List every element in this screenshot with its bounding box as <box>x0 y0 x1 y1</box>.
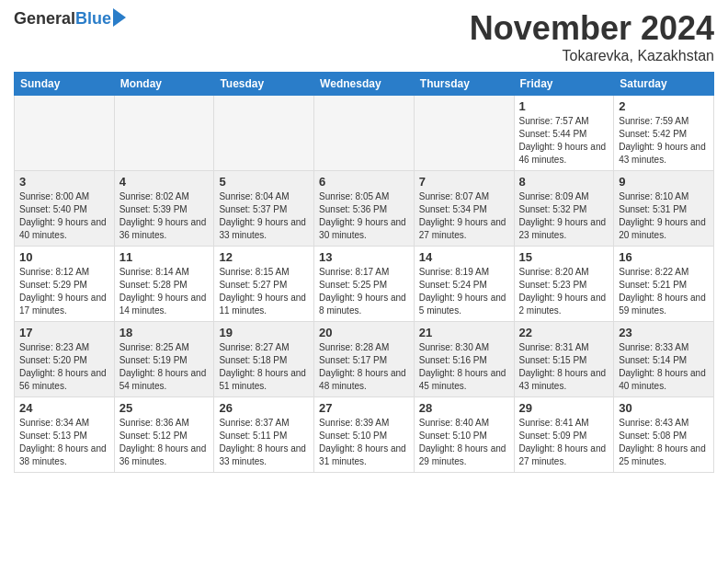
table-row: 24Sunrise: 8:34 AM Sunset: 5:13 PM Dayli… <box>15 397 115 473</box>
day-info: Sunrise: 8:00 AM Sunset: 5:40 PM Dayligh… <box>19 190 109 242</box>
calendar-week-row: 10Sunrise: 8:12 AM Sunset: 5:29 PM Dayli… <box>15 247 714 322</box>
table-row: 3Sunrise: 8:00 AM Sunset: 5:40 PM Daylig… <box>15 171 115 247</box>
header: General Blue November 2024 Tokarevka, Ka… <box>14 9 714 64</box>
calendar-week-row: 24Sunrise: 8:34 AM Sunset: 5:13 PM Dayli… <box>15 397 714 473</box>
day-number: 24 <box>19 401 109 415</box>
day-number: 15 <box>519 250 609 264</box>
day-info: Sunrise: 8:19 AM Sunset: 5:24 PM Dayligh… <box>419 266 509 317</box>
day-info: Sunrise: 8:02 AM Sunset: 5:39 PM Dayligh… <box>119 190 210 242</box>
day-number: 28 <box>419 401 509 415</box>
table-row: 27Sunrise: 8:39 AM Sunset: 5:10 PM Dayli… <box>314 397 415 473</box>
day-number: 11 <box>119 250 210 264</box>
day-number: 25 <box>119 401 210 415</box>
day-info: Sunrise: 8:17 AM Sunset: 5:25 PM Dayligh… <box>319 266 409 317</box>
header-saturday: Saturday <box>614 73 714 96</box>
day-number: 10 <box>19 250 109 264</box>
logo-arrow-icon <box>113 8 126 27</box>
header-monday: Monday <box>114 73 214 96</box>
day-info: Sunrise: 8:27 AM Sunset: 5:18 PM Dayligh… <box>219 341 309 393</box>
day-info: Sunrise: 8:43 AM Sunset: 5:08 PM Dayligh… <box>619 417 709 468</box>
day-info: Sunrise: 8:23 AM Sunset: 5:20 PM Dayligh… <box>19 341 109 393</box>
logo: General Blue <box>14 9 126 29</box>
day-number: 21 <box>419 326 509 339</box>
location-label: Tokarevka, Kazakhstan <box>470 48 714 64</box>
day-info: Sunrise: 8:34 AM Sunset: 5:13 PM Dayligh… <box>19 417 109 468</box>
calendar-week-row: 3Sunrise: 8:00 AM Sunset: 5:40 PM Daylig… <box>15 171 714 247</box>
day-number: 1 <box>519 99 609 113</box>
day-number: 12 <box>219 250 309 264</box>
day-info: Sunrise: 8:28 AM Sunset: 5:17 PM Dayligh… <box>319 341 409 393</box>
day-info: Sunrise: 8:25 AM Sunset: 5:19 PM Dayligh… <box>119 341 210 393</box>
day-number: 30 <box>619 401 709 415</box>
table-row: 19Sunrise: 8:27 AM Sunset: 5:18 PM Dayli… <box>214 322 314 397</box>
day-number: 7 <box>419 175 509 189</box>
day-info: Sunrise: 8:07 AM Sunset: 5:34 PM Dayligh… <box>419 190 509 242</box>
logo-blue-text: Blue <box>75 9 111 29</box>
day-info: Sunrise: 8:22 AM Sunset: 5:21 PM Dayligh… <box>619 266 709 317</box>
table-row: 7Sunrise: 8:07 AM Sunset: 5:34 PM Daylig… <box>414 171 514 247</box>
day-info: Sunrise: 8:40 AM Sunset: 5:10 PM Dayligh… <box>419 417 509 468</box>
table-row: 1Sunrise: 7:57 AM Sunset: 5:44 PM Daylig… <box>514 96 614 171</box>
calendar-week-row: 1Sunrise: 7:57 AM Sunset: 5:44 PM Daylig… <box>15 96 714 171</box>
day-number: 3 <box>19 175 109 189</box>
table-row: 16Sunrise: 8:22 AM Sunset: 5:21 PM Dayli… <box>614 247 714 322</box>
header-friday: Friday <box>514 73 614 96</box>
day-number: 14 <box>419 250 509 264</box>
page-container: General Blue November 2024 Tokarevka, Ka… <box>0 0 728 477</box>
header-wednesday: Wednesday <box>314 73 415 96</box>
table-row: 29Sunrise: 8:41 AM Sunset: 5:09 PM Dayli… <box>514 397 614 473</box>
day-info: Sunrise: 8:30 AM Sunset: 5:16 PM Dayligh… <box>419 341 509 393</box>
month-title: November 2024 <box>470 9 714 48</box>
table-row: 8Sunrise: 8:09 AM Sunset: 5:32 PM Daylig… <box>514 171 614 247</box>
table-row: 11Sunrise: 8:14 AM Sunset: 5:28 PM Dayli… <box>114 247 214 322</box>
day-number: 23 <box>619 326 709 339</box>
calendar-table: Sunday Monday Tuesday Wednesday Thursday… <box>14 72 714 473</box>
table-row: 5Sunrise: 8:04 AM Sunset: 5:37 PM Daylig… <box>214 171 314 247</box>
table-row: 20Sunrise: 8:28 AM Sunset: 5:17 PM Dayli… <box>314 322 415 397</box>
day-info: Sunrise: 8:14 AM Sunset: 5:28 PM Dayligh… <box>119 266 210 317</box>
header-tuesday: Tuesday <box>214 73 314 96</box>
day-number: 16 <box>619 250 709 264</box>
day-info: Sunrise: 8:20 AM Sunset: 5:23 PM Dayligh… <box>519 266 609 317</box>
day-info: Sunrise: 8:09 AM Sunset: 5:32 PM Dayligh… <box>519 190 609 242</box>
day-number: 8 <box>519 175 609 189</box>
table-row: 30Sunrise: 8:43 AM Sunset: 5:08 PM Dayli… <box>614 397 714 473</box>
day-info: Sunrise: 8:41 AM Sunset: 5:09 PM Dayligh… <box>519 417 609 468</box>
day-info: Sunrise: 8:10 AM Sunset: 5:31 PM Dayligh… <box>619 190 709 242</box>
day-info: Sunrise: 7:59 AM Sunset: 5:42 PM Dayligh… <box>619 115 709 167</box>
day-info: Sunrise: 8:39 AM Sunset: 5:10 PM Dayligh… <box>319 417 409 468</box>
table-row: 21Sunrise: 8:30 AM Sunset: 5:16 PM Dayli… <box>414 322 514 397</box>
day-number: 18 <box>119 326 210 339</box>
day-number: 13 <box>319 250 409 264</box>
table-row: 15Sunrise: 8:20 AM Sunset: 5:23 PM Dayli… <box>514 247 614 322</box>
table-row: 17Sunrise: 8:23 AM Sunset: 5:20 PM Dayli… <box>15 322 115 397</box>
day-number: 22 <box>519 326 609 339</box>
calendar-week-row: 17Sunrise: 8:23 AM Sunset: 5:20 PM Dayli… <box>15 322 714 397</box>
table-row: 22Sunrise: 8:31 AM Sunset: 5:15 PM Dayli… <box>514 322 614 397</box>
day-number: 5 <box>219 175 309 189</box>
table-row: 10Sunrise: 8:12 AM Sunset: 5:29 PM Dayli… <box>15 247 115 322</box>
table-row: 23Sunrise: 8:33 AM Sunset: 5:14 PM Dayli… <box>614 322 714 397</box>
day-number: 9 <box>619 175 709 189</box>
table-row: 25Sunrise: 8:36 AM Sunset: 5:12 PM Dayli… <box>114 397 214 473</box>
day-info: Sunrise: 8:15 AM Sunset: 5:27 PM Dayligh… <box>219 266 309 317</box>
day-number: 26 <box>219 401 309 415</box>
table-row: 9Sunrise: 8:10 AM Sunset: 5:31 PM Daylig… <box>614 171 714 247</box>
table-row: 4Sunrise: 8:02 AM Sunset: 5:39 PM Daylig… <box>114 171 214 247</box>
day-info: Sunrise: 8:37 AM Sunset: 5:11 PM Dayligh… <box>219 417 309 468</box>
table-row: 13Sunrise: 8:17 AM Sunset: 5:25 PM Dayli… <box>314 247 415 322</box>
logo-general-text: General <box>14 9 75 29</box>
table-row <box>114 96 214 171</box>
header-thursday: Thursday <box>414 73 514 96</box>
day-info: Sunrise: 8:31 AM Sunset: 5:15 PM Dayligh… <box>519 341 609 393</box>
day-info: Sunrise: 8:36 AM Sunset: 5:12 PM Dayligh… <box>119 417 210 468</box>
table-row: 28Sunrise: 8:40 AM Sunset: 5:10 PM Dayli… <box>414 397 514 473</box>
day-info: Sunrise: 8:04 AM Sunset: 5:37 PM Dayligh… <box>219 190 309 242</box>
day-number: 29 <box>519 401 609 415</box>
table-row: 18Sunrise: 8:25 AM Sunset: 5:19 PM Dayli… <box>114 322 214 397</box>
table-row <box>414 96 514 171</box>
day-number: 17 <box>19 326 109 339</box>
day-info: Sunrise: 8:05 AM Sunset: 5:36 PM Dayligh… <box>319 190 409 242</box>
day-info: Sunrise: 8:33 AM Sunset: 5:14 PM Dayligh… <box>619 341 709 393</box>
table-row: 2Sunrise: 7:59 AM Sunset: 5:42 PM Daylig… <box>614 96 714 171</box>
